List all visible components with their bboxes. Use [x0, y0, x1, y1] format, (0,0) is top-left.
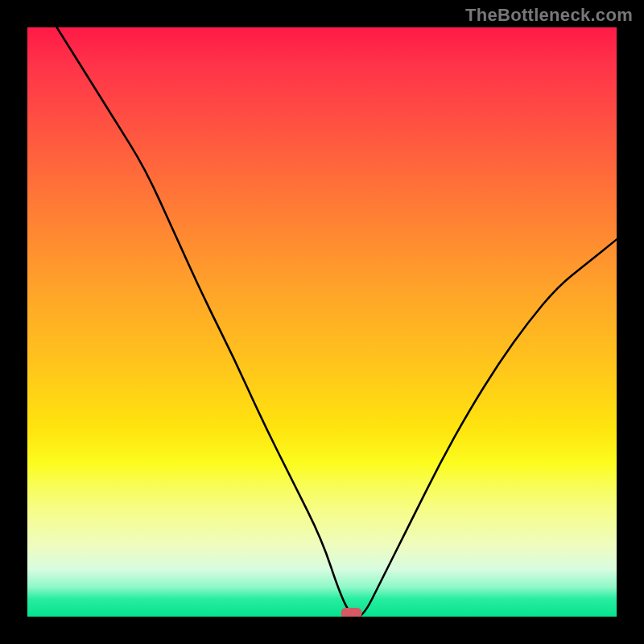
chart-frame: TheBottleneck.com [0, 0, 644, 644]
bottleneck-curve [57, 27, 617, 617]
watermark-text: TheBottleneck.com [465, 5, 633, 26]
plot-area [27, 27, 617, 617]
curve-layer [27, 27, 617, 617]
match-marker [341, 608, 362, 617]
